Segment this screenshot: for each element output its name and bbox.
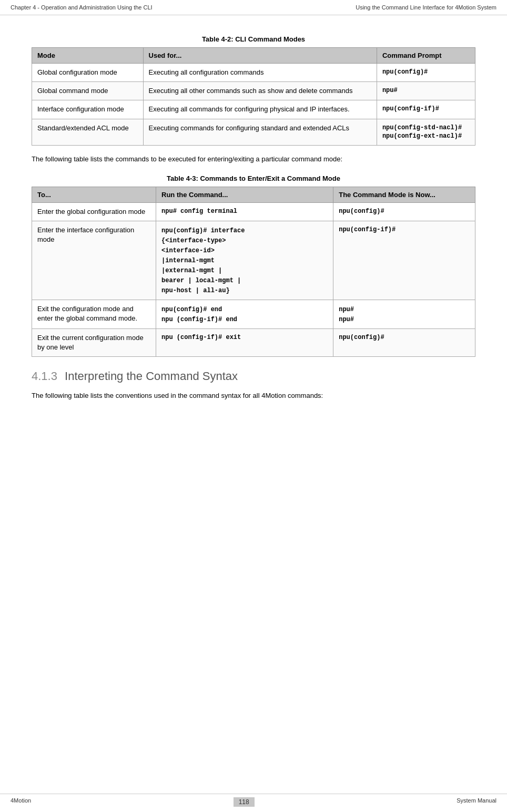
section-heading: 4.1.3 Interpreting the Command Syntax	[32, 369, 475, 383]
table1-row2-mode: Global command mode	[32, 82, 144, 100]
table2-col1-header: To...	[32, 187, 156, 202]
table1: Mode Used for... Command Prompt Global c…	[32, 47, 475, 146]
page-footer: 4Motion 118 System Manual	[0, 794, 507, 807]
table-row: Interface configuration mode Executing a…	[32, 100, 475, 119]
table-row: Enter the interface configuration mode n…	[32, 221, 475, 300]
table-row: Exit the configuration mode and enter th…	[32, 300, 475, 329]
table1-row1-prompt: npu(config)#	[377, 64, 475, 82]
table2-col3-header: The Command Mode is Now...	[333, 187, 475, 202]
paragraph2: The following table lists the convention…	[32, 390, 475, 402]
table1-col1-header: Mode	[32, 48, 144, 64]
table-row: Exit the current configuration mode by o…	[32, 328, 475, 356]
table1-row3-prompt: npu(config-if)#	[377, 100, 475, 119]
table1-row2-prompt: npu#	[377, 82, 475, 100]
table2-row2-command: npu(config)# interface {<interface-type>…	[156, 221, 333, 300]
table2-title: Table 4-3: Commands to Enter/Exit a Comm…	[32, 174, 475, 182]
table-row: Enter the global configuration mode npu#…	[32, 202, 475, 221]
table-row: Global command mode Executing all other …	[32, 82, 475, 100]
table1-row3-mode: Interface configuration mode	[32, 100, 144, 119]
table1-row4-mode: Standard/extended ACL mode	[32, 119, 144, 146]
table-row: Global configuration mode Executing all …	[32, 64, 475, 82]
paragraph1: The following table lists the commands t…	[32, 154, 475, 165]
table2-row4-mode: npu(config)#	[333, 328, 475, 356]
page-header: Chapter 4 - Operation and Administration…	[0, 0, 507, 15]
table1-row4-used: Executing commands for configuring stand…	[143, 119, 377, 146]
table1-row1-mode: Global configuration mode	[32, 64, 144, 82]
table1-row4-prompt: npu(config-std-nacl)# npu(config-ext-nac…	[377, 119, 475, 146]
table2-row4-to: Exit the current configuration mode by o…	[32, 328, 156, 356]
section-number: 4.1.3	[32, 369, 57, 383]
table1-col3-header: Command Prompt	[377, 48, 475, 64]
table1-title: Table 4-2: CLI Command Modes	[32, 35, 475, 43]
table2-row4-command: npu (config-if)# exit	[156, 328, 333, 356]
table2-row3-mode: npu# npu#	[333, 300, 475, 329]
table2-row1-to: Enter the global configuration mode	[32, 202, 156, 221]
table2-row3-to: Exit the configuration mode and enter th…	[32, 300, 156, 329]
table-row: Standard/extended ACL mode Executing com…	[32, 119, 475, 146]
table2-row3-command: npu(config)# end npu (config-if)# end	[156, 300, 333, 329]
footer-left: 4Motion	[11, 797, 31, 807]
footer-right: System Manual	[457, 797, 496, 807]
section-title: Interpreting the Command Syntax	[65, 369, 238, 383]
table1-row2-used: Executing all other commands such as sho…	[143, 82, 377, 100]
table2-row2-mode: npu(config-if)#	[333, 221, 475, 300]
table2-col2-header: Run the Command...	[156, 187, 333, 202]
table1-row3-used: Executing all commands for configuring p…	[143, 100, 377, 119]
header-right: Using the Command Line Interface for 4Mo…	[356, 4, 496, 11]
table2: To... Run the Command... The Command Mod…	[32, 187, 475, 357]
footer-page: 118	[234, 797, 255, 807]
table1-col2-header: Used for...	[143, 48, 377, 64]
table2-row2-to: Enter the interface configuration mode	[32, 221, 156, 300]
table2-row1-command: npu# config terminal	[156, 202, 333, 221]
table2-row1-mode: npu(config)#	[333, 202, 475, 221]
header-left: Chapter 4 - Operation and Administration…	[11, 4, 153, 11]
table1-row1-used: Executing all configuration commands	[143, 64, 377, 82]
